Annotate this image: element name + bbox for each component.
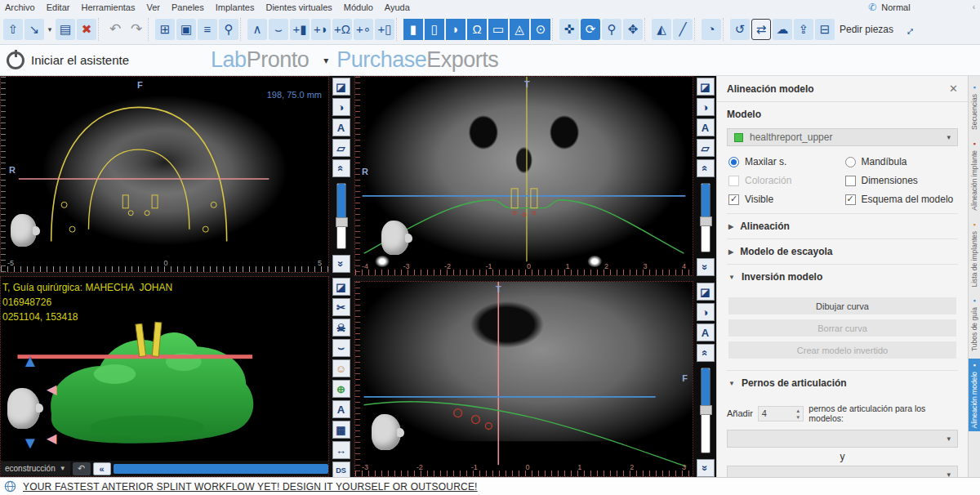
- reset-view-icon[interactable]: ↺: [730, 19, 750, 40]
- contrast-icon[interactable]: ◑: [697, 98, 715, 116]
- model-select-dropdown[interactable]: healthreport_upper ▾: [727, 128, 958, 146]
- panel-config-icon[interactable]: ▣: [176, 19, 196, 40]
- menu-item[interactable]: Ver: [146, 2, 160, 12]
- tab-lista-implantes[interactable]: ▪ Lista de implantes: [969, 218, 980, 290]
- add-tooth-icon[interactable]: +Ω: [332, 19, 352, 40]
- collapse-left-icon[interactable]: «: [93, 462, 111, 475]
- add-implant-icon[interactable]: +▮: [290, 19, 310, 40]
- menu-item[interactable]: Ayuda: [385, 2, 410, 12]
- sagittal-slice-slider[interactable]: [701, 368, 710, 453]
- undo-icon[interactable]: ↶: [105, 19, 125, 40]
- add-bone-icon[interactable]: +◗: [311, 19, 331, 40]
- purchase-exports-logo[interactable]: PurchaseExports: [336, 47, 498, 73]
- draw-curve-button[interactable]: Dibujar curva: [728, 297, 956, 314]
- tab-tubos-guia[interactable]: ▪ Tubos de guía: [969, 294, 980, 354]
- model3d-scrollbar[interactable]: [114, 464, 328, 474]
- arch-icon[interactable]: ⌣: [332, 339, 350, 357]
- move-up-arrow[interactable]: ▲: [22, 352, 38, 371]
- annotation-icon[interactable]: A: [332, 118, 350, 136]
- scroll-down-icon[interactable]: »: [697, 459, 715, 477]
- section-inversion-modelo[interactable]: ▼Inversión modelo: [727, 264, 958, 289]
- checkbox-esquema[interactable]: Esquema del modelo: [845, 194, 957, 205]
- scroll-up-icon[interactable]: «: [332, 159, 350, 177]
- redo-icon[interactable]: ↷: [127, 19, 146, 40]
- face-photo-icon[interactable]: ☺: [332, 359, 350, 377]
- split-view-icon[interactable]: ◪: [697, 283, 715, 301]
- scroll-down-icon[interactable]: »: [332, 255, 350, 273]
- contrast-icon[interactable]: ◑: [697, 303, 715, 321]
- cut-model-icon[interactable]: ✂: [332, 298, 350, 316]
- close-project-icon[interactable]: ✖: [77, 19, 96, 40]
- menu-item[interactable]: Herramientas: [81, 2, 135, 12]
- move-down-arrow[interactable]: ▼: [22, 434, 38, 453]
- radio-mandibula[interactable]: Mandíbula: [845, 156, 957, 167]
- swap-layout-icon[interactable]: ⇄: [751, 19, 771, 40]
- annotation-icon[interactable]: A: [697, 118, 715, 136]
- coronal-slice-slider[interactable]: [701, 183, 710, 252]
- panoramic-icon[interactable]: ▱: [332, 139, 350, 157]
- axial-slider-thumb[interactable]: [336, 217, 348, 227]
- menu-item[interactable]: Archivo: [5, 2, 35, 12]
- checkbox-visible[interactable]: Visible: [728, 194, 840, 205]
- curve-tool-icon[interactable]: ∧: [247, 19, 267, 40]
- screw-view-icon[interactable]: ▯: [425, 19, 444, 40]
- cart-label[interactable]: Pedir piezas: [836, 19, 897, 40]
- cart-icon[interactable]: ⊟: [815, 19, 835, 40]
- viewport-sagittal[interactable]: T F -3-2-10123: [354, 281, 693, 477]
- display-settings-icon[interactable]: ≡: [198, 19, 217, 40]
- close-panel-icon[interactable]: ✕: [949, 82, 958, 95]
- bone-level-icon[interactable]: ◗: [446, 19, 466, 40]
- collapse-chevron-icon[interactable]: ‹: [973, 2, 975, 11]
- cloud-icon[interactable]: ☁: [773, 19, 792, 40]
- start-assistant-button[interactable]: Iniciar el asistente: [7, 51, 129, 69]
- abutment-view-icon[interactable]: ▭: [488, 19, 508, 40]
- tab-alineacion-implante[interactable]: ▪ Alineación implante: [969, 137, 980, 213]
- split-view-icon[interactable]: ◪: [697, 78, 715, 96]
- open-dropdown-icon[interactable]: ▾: [46, 19, 54, 40]
- section-modelo-escayola[interactable]: ▶Modelo de escayola: [727, 239, 958, 264]
- tooth-view-icon[interactable]: Ω: [467, 19, 487, 40]
- menu-item[interactable]: Paneles: [172, 2, 204, 12]
- move-left-arrow-top[interactable]: ◀: [47, 381, 56, 397]
- labpronto-logo[interactable]: LabPronto: [211, 47, 309, 73]
- create-inverted-model-button[interactable]: Crear modelo invertido: [728, 341, 956, 359]
- rotate-tool-icon[interactable]: ⟳: [581, 19, 600, 40]
- pano-colors-icon[interactable]: ◬: [510, 19, 529, 40]
- erase-curve-button[interactable]: Borrar curva: [728, 319, 956, 337]
- axial-slice-slider[interactable]: [336, 183, 346, 249]
- menu-item[interactable]: Implantes: [216, 2, 255, 12]
- undo-view-button[interactable]: ↶: [73, 462, 91, 475]
- viewport-coronal[interactable]: T R -4-3-2-101234: [354, 76, 693, 276]
- scroll-down-icon[interactable]: »: [697, 258, 715, 276]
- distance-icon[interactable]: ↔: [332, 441, 350, 459]
- fullscreen-icon[interactable]: ↔: [893, 15, 922, 43]
- zoom-tool-icon[interactable]: ⚲: [602, 19, 621, 40]
- save-icon[interactable]: ▤: [56, 19, 75, 40]
- annotation-icon[interactable]: A: [332, 400, 350, 418]
- grid-icon[interactable]: ▦: [332, 421, 350, 439]
- arch-curve-icon[interactable]: ⌣: [269, 19, 288, 40]
- sagittal-slider-thumb[interactable]: [700, 405, 712, 415]
- scroll-up-icon[interactable]: «: [697, 159, 715, 177]
- contrast-icon[interactable]: ◑: [332, 98, 350, 116]
- tab-secuencias[interactable]: ▪ Secuencias: [969, 81, 980, 132]
- cloud-upload-icon[interactable]: ⇪: [794, 19, 813, 40]
- skull-icon[interactable]: ☠: [332, 319, 350, 337]
- section-pernos-articulacion[interactable]: ▼Pernos de articulación: [727, 370, 958, 395]
- promo-link[interactable]: YOUR FASTEST ANTERIOR SPLINT WORKFLOW YE…: [23, 481, 478, 493]
- pins-model-dropdown-1[interactable]: ▾: [727, 430, 958, 448]
- viewport-3d[interactable]: T, Guía quirúrgica: MAHECHA JOHAN0169487…: [0, 276, 329, 477]
- lock-visibility-icon[interactable]: ⊙: [531, 19, 550, 40]
- reconstruction-dropdown[interactable]: econstrucción ▼: [1, 462, 70, 475]
- windowing-icon[interactable]: ◭: [652, 19, 671, 40]
- viewport-axial[interactable]: F R 198, 75.0 mm -505: [0, 76, 329, 273]
- radio-maxilar[interactable]: Maxilar s.: [728, 156, 840, 167]
- open-project-icon[interactable]: ↘: [24, 19, 44, 40]
- layout-icon[interactable]: ⊞: [155, 19, 175, 40]
- split-view-icon[interactable]: ◪: [332, 278, 350, 296]
- add-abutment-icon[interactable]: +▯: [375, 19, 394, 40]
- move-left-arrow-bottom[interactable]: ◀: [47, 430, 56, 446]
- coronal-slider-thumb[interactable]: [700, 216, 712, 226]
- target-icon[interactable]: ⊕: [332, 380, 350, 398]
- measure-ruler-icon[interactable]: ╱: [673, 19, 693, 40]
